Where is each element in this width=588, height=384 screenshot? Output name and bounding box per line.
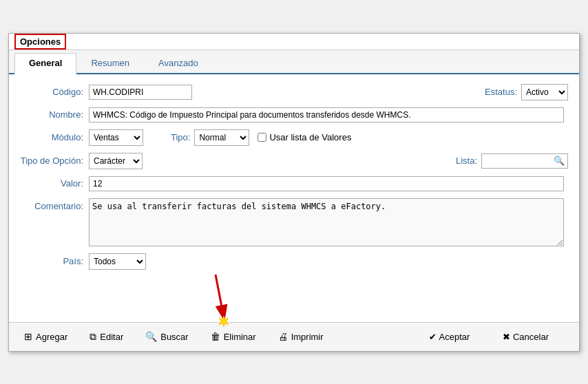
eliminar-button[interactable]: 🗑 Eliminar [207, 328, 260, 345]
tab-general[interactable]: General [14, 53, 76, 74]
valor-label: Valor: [20, 178, 89, 189]
lista-input[interactable] [482, 154, 551, 168]
estatus-label: Estatus: [485, 87, 521, 97]
aceptar-checkmark: ✔ [429, 332, 437, 342]
cancelar-x: ✖ [503, 332, 510, 342]
usar-lista-area: Usar lista de Valores [258, 132, 351, 142]
estatus-select[interactable]: Activo Inactivo [521, 84, 568, 100]
editar-label: Editar [100, 332, 123, 342]
editar-button[interactable]: ⧉ Editar [85, 328, 127, 345]
tabs-bar: General Resumen Avanzado [9, 50, 579, 74]
pais-select[interactable]: Todos Venezuela Colombia México [89, 253, 146, 270]
pais-row: País: Todos Venezuela Colombia México [20, 253, 568, 270]
codigo-input[interactable] [89, 85, 192, 100]
footer-right-actions: ✔ Aceptar ✖ Cancelar [415, 329, 568, 345]
tipo-select[interactable]: Normal Avanzado [194, 129, 249, 146]
tab-avanzado[interactable]: Avanzado [144, 53, 213, 73]
imprimir-icon: 🖨 [278, 331, 288, 342]
valor-input[interactable] [89, 176, 564, 191]
usar-lista-checkbox[interactable] [258, 133, 266, 142]
modulo-select[interactable]: Ventas Compras Inventario [89, 129, 143, 146]
tipo-label: Tipo: [143, 132, 194, 142]
comentario-textarea[interactable]: Se usa al transferir facturas del sistem… [89, 198, 564, 246]
cancelar-button[interactable]: ✖ Cancelar [497, 329, 554, 345]
imprimir-button[interactable]: 🖨 Imprimir [274, 328, 328, 345]
lista-section: Lista: 🔍 [456, 153, 568, 169]
title-bar: Opciones [9, 34, 579, 50]
agregar-label: Agregar [36, 332, 67, 342]
agregar-button[interactable]: ⊞ Agregar [20, 328, 72, 345]
valor-row: Valor: [20, 176, 568, 191]
tab-resumen[interactable]: Resumen [76, 53, 144, 73]
aceptar-button[interactable]: ✔ Aceptar [423, 329, 475, 345]
estatus-section: Estatus: Activo Inactivo [485, 84, 568, 100]
codigo-row: Código: Estatus: Activo Inactivo [20, 84, 568, 100]
imprimir-label: Imprimir [291, 332, 324, 342]
agregar-icon: ⊞ [24, 331, 32, 342]
nombre-row: Nombre: [20, 107, 568, 122]
comentario-row: Comentario: Se usa al transferir factura… [20, 198, 568, 246]
usar-lista-label: Usar lista de Valores [269, 132, 351, 142]
main-window: Opciones General Resumen Avanzado Código… [8, 33, 580, 352]
nombre-input[interactable] [89, 107, 564, 122]
pais-label: País: [20, 256, 89, 266]
tipo-opcion-row: Tipo de Opción: Carácter Numérico Boolea… [20, 153, 568, 169]
editar-icon: ⧉ [90, 331, 96, 343]
codigo-label: Código: [20, 87, 89, 97]
buscar-icon: 🔍 [145, 331, 157, 342]
nombre-label: Nombre: [20, 109, 89, 120]
modulo-row: Módulo: Ventas Compras Inventario Tipo: … [20, 129, 568, 146]
footer: ⊞ Agregar ⧉ Editar 🔍 Buscar 🗑 Eliminar 🖨… [9, 322, 579, 351]
lista-label: Lista: [456, 156, 481, 166]
modulo-label: Módulo: [20, 132, 89, 142]
lista-search-button[interactable]: 🔍 [551, 154, 567, 167]
aceptar-label: Aceptar [439, 332, 470, 342]
buscar-button[interactable]: 🔍 Buscar [141, 328, 192, 345]
comentario-label: Comentario: [20, 198, 89, 211]
cancelar-label: Cancelar [513, 332, 549, 342]
window-title: Opciones [14, 34, 66, 50]
buscar-label: Buscar [160, 332, 188, 342]
lista-search-wrap: 🔍 [481, 153, 568, 169]
eliminar-icon: 🗑 [211, 331, 220, 342]
tipo-opcion-label: Tipo de Opción: [20, 156, 89, 166]
eliminar-label: Eliminar [224, 332, 256, 342]
tipo-opcion-select[interactable]: Carácter Numérico Booleano [89, 153, 143, 169]
form-content: Código: Estatus: Activo Inactivo Nombre:… [9, 74, 579, 322]
